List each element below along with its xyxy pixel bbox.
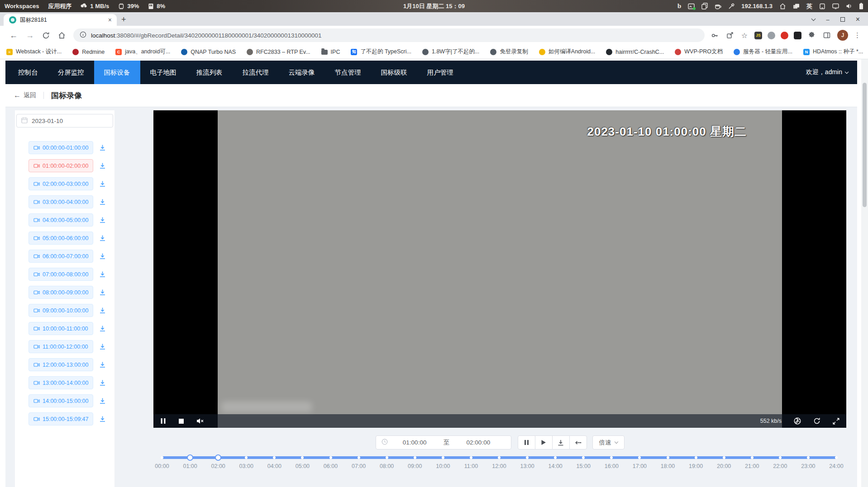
bookmark-globe[interactable]: 1.8W字|了不起的... (422, 48, 479, 56)
bookmark-csdn[interactable]: Cjava、android可... (115, 48, 170, 56)
segment-button-7[interactable]: 06:00:00-07:00:00 (29, 250, 93, 263)
profile-avatar[interactable]: J (837, 30, 848, 41)
segment-button-14[interactable]: 13:00:00-14:00:00 (29, 376, 93, 389)
bookmark-redmine[interactable]: Redmine (72, 49, 105, 55)
extensions-puzzle-icon[interactable] (807, 32, 816, 39)
timeline-stop-dot[interactable] (835, 456, 838, 459)
timeline-stop-dot[interactable] (582, 456, 585, 459)
timeline-stop-dot[interactable] (161, 456, 163, 459)
timeline-stop-dot[interactable] (442, 456, 444, 459)
timeline-stop-dot[interactable] (610, 456, 613, 459)
segment-download-icon[interactable] (99, 361, 106, 368)
bookmark-star-icon[interactable]: ☆ (740, 31, 749, 40)
nav-item-3[interactable]: 国标设备 (94, 61, 140, 84)
snapshot-aperture-icon[interactable] (794, 417, 801, 425)
home-icon[interactable] (54, 32, 70, 39)
segment-download-icon[interactable] (99, 199, 106, 205)
segment-download-icon[interactable] (99, 253, 106, 260)
player-refresh-icon[interactable] (813, 417, 820, 425)
applications-button[interactable]: 应用程序 (48, 2, 72, 10)
bookmark-folder[interactable]: IPC (321, 49, 340, 55)
input-method-indicator[interactable]: 英 (806, 2, 812, 10)
player-stop-icon[interactable] (178, 418, 184, 424)
nav-item-4[interactable]: 电子地图 (140, 61, 186, 84)
window-close-button[interactable]: × (856, 15, 860, 24)
blocker-red-icon[interactable] (781, 32, 788, 39)
timeline-stop-dot[interactable] (273, 456, 276, 459)
reload-icon[interactable] (38, 32, 54, 39)
timeline-stop-dot[interactable] (779, 456, 782, 459)
nav-item-9[interactable]: 国标级联 (371, 61, 417, 84)
timeline-stop-dot[interactable] (638, 456, 641, 459)
screenshot-tray-icon[interactable] (688, 3, 695, 9)
segment-button-13[interactable]: 12:00:00-13:00:00 (29, 358, 93, 371)
segment-download-icon[interactable] (99, 343, 106, 350)
workspaces-button[interactable]: Workspaces (5, 3, 39, 9)
time-range-picker[interactable]: 01:00:00 至 02:00:00 (376, 435, 511, 449)
playback-speed-dropdown[interactable]: 倍速 (592, 435, 625, 449)
segment-button-1[interactable]: 00:00:00-01:00:00 (29, 141, 93, 154)
forward-navigation-icon[interactable]: → (22, 31, 38, 40)
user-menu[interactable]: 欢迎，admin (806, 61, 857, 84)
bookmark-globe-dark[interactable]: RFC2833 – RTP Ev... (247, 49, 310, 55)
nav-item-6[interactable]: 拉流代理 (233, 61, 279, 84)
timeline-stop-dot[interactable] (695, 456, 697, 459)
segment-button-5[interactable]: 04:00:00-05:00:00 (29, 213, 93, 227)
play-button[interactable] (535, 435, 553, 449)
segment-download-icon[interactable] (99, 235, 106, 241)
segment-download-icon[interactable] (99, 271, 106, 278)
timeline-track[interactable] (162, 456, 836, 459)
scrollbar-thumb[interactable] (863, 83, 867, 207)
bookmark-zhihu[interactable]: 知了不起的 TypeScri... (351, 48, 411, 56)
segment-download-icon[interactable] (99, 325, 106, 332)
player-pause-icon[interactable] (160, 418, 166, 424)
coffee-tray-icon[interactable] (715, 3, 721, 9)
timeline-stop-dot[interactable] (807, 456, 810, 459)
player-mute-icon[interactable] (196, 418, 204, 424)
segment-button-4[interactable]: 03:00:00-04:00:00 (29, 195, 93, 208)
browser-tab[interactable]: 国标28181 × (4, 14, 117, 26)
system-clock[interactable]: 1月10日 星期二 15：09 (403, 2, 465, 10)
timeline-stop-dot[interactable] (526, 456, 529, 459)
back-button[interactable]: ← 返回 (14, 91, 36, 99)
nav-item-7[interactable]: 云端录像 (279, 61, 325, 84)
ip-address-indicator[interactable]: 192.168.1.3 (741, 3, 773, 9)
json-viewer-icon[interactable]: JS (754, 32, 762, 39)
segment-button-11[interactable]: 10:00:00-11:00:00 (29, 322, 93, 335)
bookmark-webstack[interactable]: ≡Webstack - 设计... (6, 48, 62, 56)
password-key-icon[interactable] (710, 32, 720, 39)
tab-close-icon[interactable]: × (107, 16, 113, 24)
timeline-stop-dot[interactable] (301, 456, 304, 459)
bookmark-github[interactable]: hairrrrr/C-CrashC... (606, 49, 664, 55)
nav-item-5[interactable]: 推流列表 (186, 61, 233, 84)
timeline-stop-dot[interactable] (751, 456, 754, 459)
timeline-handle-02:00[interactable] (215, 454, 221, 461)
segment-download-icon[interactable] (99, 289, 106, 296)
segment-button-3[interactable]: 02:00:00-03:00:00 (29, 177, 93, 190)
window-minimize-button[interactable]: – (826, 16, 829, 23)
share-icon[interactable] (725, 32, 734, 39)
timeline-stop-dot[interactable] (358, 456, 360, 459)
download-button[interactable] (552, 435, 570, 449)
bookmark-globe[interactable]: 免登录复制 (490, 48, 528, 56)
timeline-stop-dot[interactable] (470, 456, 472, 459)
segment-download-icon[interactable] (99, 397, 106, 404)
workspaces-switcher-icon[interactable] (793, 3, 800, 9)
back-navigation-icon[interactable]: ← (5, 31, 22, 40)
start-time-value[interactable]: 01:00:00 (388, 439, 442, 446)
battery-tray-icon[interactable] (859, 3, 863, 9)
page-scrollbar[interactable] (861, 59, 868, 487)
browser-menu-kebab-icon[interactable]: ⋮ (854, 31, 861, 39)
timeline-stop-dot[interactable] (386, 456, 388, 459)
display-tray-icon[interactable] (832, 3, 839, 9)
bing-tray-icon[interactable]: b (677, 2, 681, 10)
segment-button-9[interactable]: 08:00:00-09:00:00 (29, 286, 93, 299)
timeline-stop-dot[interactable] (554, 456, 557, 459)
segment-download-icon[interactable] (99, 217, 106, 223)
timeline-stop-dot[interactable] (414, 456, 416, 459)
segment-download-icon[interactable] (99, 180, 106, 187)
segment-download-icon[interactable] (99, 379, 106, 386)
dark-square-extension-icon[interactable] (794, 32, 801, 39)
window-maximize-button[interactable] (840, 17, 845, 22)
timeline-handle-01:00[interactable] (187, 454, 193, 461)
